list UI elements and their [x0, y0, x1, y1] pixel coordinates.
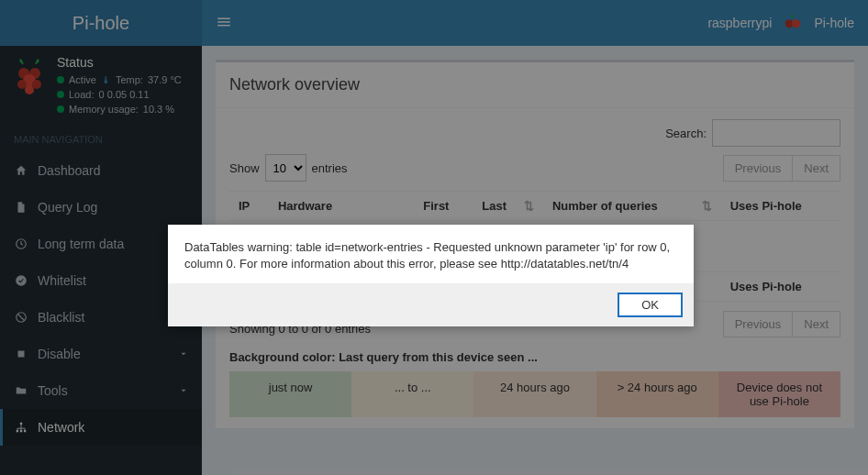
alert-dialog: DataTables warning: table id=network-ent…: [168, 225, 694, 326]
ok-button[interactable]: OK: [618, 293, 683, 317]
dialog-message: DataTables warning: table id=network-ent…: [168, 225, 694, 283]
